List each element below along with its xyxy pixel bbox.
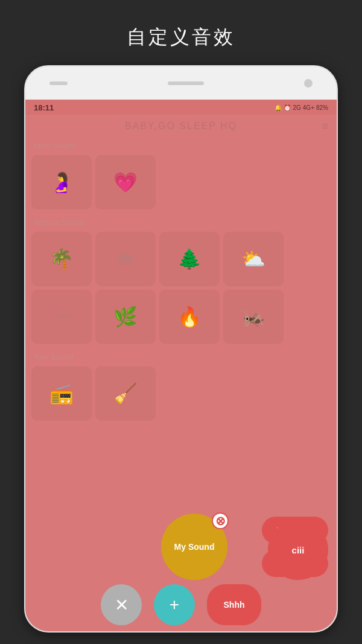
- sound-item-storm[interactable]: ⛅: [223, 232, 284, 286]
- heartbeat-icon: 💗: [113, 171, 138, 194]
- beach-icon: 🌴: [49, 247, 74, 270]
- tool-sound-grid: 📻 🧹: [25, 364, 337, 423]
- sound-item-forest[interactable]: 🌲: [159, 232, 220, 286]
- sound-item-radio[interactable]: 📻: [31, 366, 92, 421]
- my-sound-button[interactable]: My Sound ⊗: [161, 514, 227, 580]
- shhh-button[interactable]: Shhh: [207, 584, 261, 625]
- signal-4g: 4G+: [303, 104, 314, 111]
- wind-icon: 🌿: [113, 305, 138, 328]
- page-title: 自定义音效: [127, 24, 235, 51]
- notification-icon: 🔔: [275, 104, 282, 111]
- sound-item-rain[interactable]: 🌧: [95, 232, 156, 286]
- womb-icon: 🤰: [49, 171, 74, 194]
- radio-icon: 📻: [49, 382, 74, 405]
- sound-item-fire[interactable]: 🔥: [159, 290, 220, 344]
- bottom-buttons: ✕ + Shhh: [25, 584, 337, 631]
- app-content: 18:11 🔔 ⏰ 2G 4G+ 82% BABY,GO SLEEP HQ ≡ …: [25, 100, 337, 631]
- alarm-icon: ⏰: [284, 104, 291, 111]
- delete-badge[interactable]: ⊗: [212, 512, 229, 529]
- my-sound-container: My Sound ⊗: [161, 514, 227, 580]
- section-label-natural: Natural Sound: [25, 214, 337, 229]
- sound-item-heartbeat[interactable]: 💗: [95, 155, 156, 209]
- rain-icon: 🌧: [116, 248, 135, 270]
- sound-item-wave[interactable]: 〰: [31, 290, 92, 344]
- fire-icon: 🔥: [177, 305, 202, 328]
- sound-item-womb[interactable]: 🤰: [31, 155, 92, 209]
- phone-speaker-center: [168, 81, 204, 85]
- my-sound-label: My Sound: [174, 542, 215, 552]
- signal-2g: 2G: [293, 104, 300, 111]
- sound-item-cricket[interactable]: 🦗: [223, 290, 284, 344]
- phone-camera: [304, 79, 313, 88]
- vacuum-icon: 🧹: [113, 382, 138, 405]
- app-title: BABY,GO SLEEP HQ: [125, 121, 237, 132]
- close-button[interactable]: ✕: [101, 584, 142, 625]
- status-bar: 18:11 🔔 ⏰ 2G 4G+ 82%: [25, 100, 337, 115]
- status-icons: 🔔 ⏰ 2G 4G+ 82%: [275, 104, 328, 111]
- ciii-button[interactable]: ciii: [268, 520, 328, 580]
- menu-icon[interactable]: ≡: [322, 121, 328, 132]
- sound-item-beach[interactable]: 🌴: [31, 232, 92, 286]
- section-label-tool: Tool Sound: [25, 349, 337, 364]
- storm-icon: ⛅: [241, 247, 265, 270]
- mom-sound-grid: 🤰 💗: [25, 153, 337, 212]
- app-header: BABY,GO SLEEP HQ ≡: [25, 115, 337, 138]
- ciii-container: ciii: [268, 520, 328, 580]
- add-button[interactable]: +: [154, 584, 195, 625]
- sound-item-wind[interactable]: 🌿: [95, 290, 156, 344]
- cricket-icon: 🦗: [241, 305, 265, 328]
- sound-item-vacuum[interactable]: 🧹: [95, 366, 156, 421]
- wave-icon: 〰: [52, 306, 71, 328]
- status-time: 18:11: [34, 103, 54, 112]
- battery-indicator: 82%: [316, 104, 328, 111]
- phone-top-bar: [25, 66, 337, 100]
- natural-sound-grid: 🌴 🌧 🌲 ⛅ 〰 🌿 🔥 🦗: [25, 229, 337, 346]
- section-label-mom: Mom Sound: [25, 138, 337, 153]
- forest-icon: 🌲: [177, 247, 202, 270]
- phone-speaker: [49, 81, 68, 85]
- phone-frame: 18:11 🔔 ⏰ 2G 4G+ 82% BABY,GO SLEEP HQ ≡ …: [24, 65, 338, 633]
